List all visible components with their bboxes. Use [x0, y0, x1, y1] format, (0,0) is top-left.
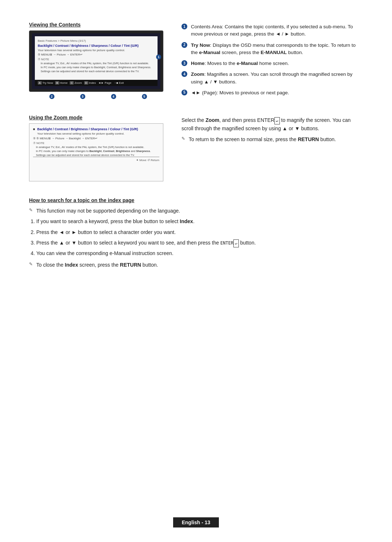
tv-note-1: In analogue TV, Ext., AV modes of the PA… — [38, 62, 155, 65]
zoom-menu-path: ⑤ ⑤ MENU⊞ → Picture → Backlight → ENTER↵ — [33, 137, 159, 140]
enter-key-icon: ↵ — [274, 117, 280, 124]
step-4: You can view the corresponding e-Manual … — [36, 249, 363, 258]
right-item-5: 5 ◄► (Page): Moves to previous or next p… — [181, 89, 363, 97]
right-item-3-text: Home: Moves to the e-Manual home screen. — [191, 60, 289, 67]
zoom-mode-section: Using the Zoom mode ■ Backlight / Contra… — [29, 115, 363, 183]
nav-zoom-label: Zoom — [74, 81, 82, 85]
viewing-contents-title: Viewing the Contents — [29, 22, 167, 28]
nav-home-label: Home — [60, 81, 68, 85]
step-2: Press the ◄ or ► button to select a char… — [36, 228, 363, 237]
right-item-4: 4 Zoom: Magnifies a screen. You can scro… — [181, 71, 363, 86]
key-d: D — [84, 81, 88, 85]
menu-circle-icon: ⑤ — [33, 137, 36, 140]
tv-screen-mockup: Basic Features > Picture Menu (3/17) Bac… — [29, 30, 163, 92]
right-item-2-text: Try Now: Displays the OSD menu that corr… — [191, 42, 363, 57]
note-icon: ⑦ NOTE — [38, 58, 155, 61]
how-to-footer-note: To close the Index screen, press the RET… — [29, 261, 363, 269]
callout-3: 3 — [80, 94, 85, 99]
zoom-mode-right: Select the Zoom, and then press ENTER↵ t… — [181, 115, 363, 183]
right-item-2: 2 Try Now: Displays the OSD menu that co… — [181, 42, 363, 57]
right-item-5-text: ◄► (Page): Moves to previous or next pag… — [191, 89, 289, 97]
nav-try-now: A Try Now — [38, 81, 53, 85]
how-to-steps: If you want to search a keyword, press t… — [29, 217, 363, 258]
circle-2: 2 — [181, 42, 187, 48]
enter-key-2: ↵ — [233, 239, 239, 247]
tv-topic-title: Backlight / Contrast / Brightness / Shar… — [38, 44, 155, 48]
menu-icon: ⑤ — [38, 53, 40, 56]
circle-4: 4 — [181, 71, 187, 77]
right-item-1: 1 Contents Area: Contains the topic cont… — [181, 23, 363, 38]
right-item-3: 3 Home: Moves to the e-Manual home scree… — [181, 60, 363, 67]
key-b: B — [55, 81, 59, 85]
zoom-topic-title: Backlight / Contrast / Brightness / Shar… — [37, 127, 138, 131]
nav-exit: →■ Exit — [114, 81, 124, 85]
viewing-contents-left: Viewing the Contents Basic Features > Pi… — [29, 22, 167, 100]
tv-menu-path: ⑤ MENU⊞ → Picture → ENTER↵ — [38, 53, 155, 56]
tv-note-section: ⑦ NOTE In analogue TV, Ext., AV modes of… — [38, 58, 155, 73]
zoom-footer: ✦ Move ↺ Return — [33, 157, 159, 162]
page-footer-label: English - 13 — [173, 517, 219, 527]
nav-page-icon: ◄► — [98, 81, 104, 85]
how-to-search-title: How to search for a topic on the index p… — [29, 197, 363, 203]
nav-exit-label: Exit — [119, 81, 124, 85]
key-a: A — [38, 81, 42, 85]
nav-try-now-label: Try Now — [42, 81, 53, 85]
viewing-contents-list: 1 Contents Area: Contains the topic cont… — [181, 23, 363, 97]
callout-4: 4 — [111, 94, 116, 99]
nav-index: D Index — [84, 81, 96, 85]
viewing-contents-right: 1 Contents Area: Contains the topic cont… — [181, 22, 363, 100]
right-item-1-text: Contents Area: Contains the topic conten… — [191, 23, 363, 38]
key-c: C — [70, 81, 74, 85]
zoom-mode-left: Using the Zoom mode ■ Backlight / Contra… — [29, 115, 167, 183]
zoom-note-3: Settings can be adjusted and stored for … — [33, 153, 159, 157]
zoom-mode-title: Using the Zoom mode — [29, 115, 167, 120]
circle-1: 1 — [181, 24, 187, 29]
tv-content-area: Basic Features > Picture Menu (3/17) Bac… — [35, 36, 158, 80]
viewing-contents-section: Viewing the Contents Basic Features > Pi… — [29, 22, 363, 100]
steps-list: If you want to search a keyword, press t… — [36, 217, 363, 258]
callout-2: 2 — [49, 94, 54, 99]
nav-home: B Home — [55, 81, 68, 85]
zoom-screen-mockup: ■ Backlight / Contrast / Brightness / Sh… — [29, 123, 163, 181]
tv-note-3: Settings can be adjusted and stored for … — [38, 70, 155, 73]
zoom-note-2: In PC mode, you can only make changes to… — [33, 149, 159, 153]
step-3: Press the ▲ or ▼ button to select a keyw… — [36, 238, 363, 247]
zoom-body: Your television has several setting opti… — [37, 132, 138, 135]
zoom-topic-row: ■ Backlight / Contrast / Brightness / Sh… — [33, 127, 159, 135]
right-item-4-text: Zoom: Magnifies a screen. You can scroll… — [191, 71, 363, 86]
how-to-search-section: How to search for a topic on the index p… — [29, 197, 363, 269]
tv-breadcrumb: Basic Features > Picture Menu (3/17) — [38, 39, 155, 42]
nav-exit-icon: →■ — [114, 81, 118, 85]
how-to-note: This function may not be supported depen… — [29, 207, 363, 215]
zoom-mode-para-2: To return to the screen to normal size, … — [181, 135, 363, 143]
zoom-mode-para-1: Select the Zoom, and then press ENTER↵ t… — [181, 116, 363, 132]
nav-index-label: Index — [89, 81, 96, 85]
nav-page: ◄► Page — [98, 81, 111, 85]
tv-inner: Basic Features > Picture Menu (3/17) Bac… — [32, 33, 160, 89]
circle-5: 5 — [181, 90, 187, 95]
tv-nav-bar: A Try Now B Home C Zoom D Index — [35, 80, 158, 86]
tv-bottom-callouts: 2 3 4 5 — [29, 93, 167, 99]
nav-zoom: C Zoom — [70, 81, 82, 85]
step-1: If you want to search a keyword, press t… — [36, 217, 363, 226]
zoom-note-1: In analogue TV, Ext., AV modes of the PA… — [33, 145, 159, 149]
callout-5: 5 — [142, 94, 147, 99]
tv-body-text: Your television has several setting opti… — [38, 49, 155, 52]
callout-1: 1 — [156, 54, 161, 59]
page-footer: English - 13 — [0, 517, 392, 527]
nav-page-label: Page — [105, 81, 111, 85]
zoom-topic-content: Backlight / Contrast / Brightness / Shar… — [37, 127, 138, 135]
zoom-bullet: ■ — [33, 127, 35, 131]
zoom-note-icon: ⑦ NOTE — [33, 141, 159, 145]
tv-note-2: In PC mode, you can only make changes to… — [38, 66, 155, 69]
circle-3: 3 — [181, 60, 187, 66]
